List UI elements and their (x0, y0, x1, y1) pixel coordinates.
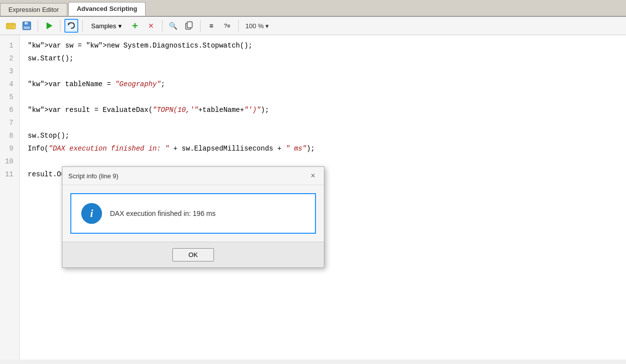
help-icon: ?≡ (224, 23, 230, 29)
divider-3 (82, 20, 83, 32)
divider-5 (200, 20, 201, 32)
dialog-close-button[interactable]: × (308, 171, 318, 181)
format-icon: ≡ (209, 22, 213, 30)
divider-4 (162, 20, 162, 32)
svg-rect-6 (23, 26, 30, 29)
save-icon (22, 21, 32, 31)
code-line: sw.Start(); (28, 52, 618, 65)
zoom-display: 100 % ▾ (243, 21, 272, 31)
tab-expression-editor[interactable]: Expression Editor (0, 3, 67, 16)
open-button[interactable] (4, 19, 18, 33)
search-icon: 🔍 (169, 22, 177, 30)
run-button[interactable] (42, 19, 56, 33)
search-button[interactable]: 🔍 (166, 19, 180, 33)
ok-button[interactable]: OK (172, 248, 214, 261)
divider-2 (60, 20, 60, 32)
zoom-arrow: ▾ (265, 22, 269, 30)
tab-advanced-scripting[interactable]: Advanced Scripting (68, 2, 146, 16)
samples-dropdown-arrow: ▾ (118, 22, 122, 30)
divider-1 (38, 20, 38, 32)
editor-area: 1234567891011 "kw">var sw = "kw">new Sys… (0, 35, 626, 360)
code-line: Info("DAX execution finished in: " + sw.… (28, 142, 618, 155)
line-numbers: 1234567891011 (0, 35, 20, 360)
svg-marker-7 (47, 22, 52, 29)
open-icon (6, 21, 16, 31)
undo-icon (66, 21, 76, 31)
code-line: "kw">var tableName = "Geography"; (28, 78, 618, 91)
delete-button[interactable]: ✕ (144, 19, 158, 33)
help-format-button[interactable]: ?≡ (220, 19, 234, 33)
toolbar: Samples ▾ + ✕ 🔍 ≡ ?≡ 100 % ▾ (0, 17, 626, 35)
dialog-message-box: i DAX execution finished in: 196 ms (70, 193, 316, 234)
divider-6 (238, 20, 239, 32)
add-button[interactable]: + (128, 19, 142, 33)
dialog-footer: OK (62, 242, 324, 267)
info-icon: i (81, 203, 102, 224)
save-button[interactable] (20, 19, 34, 33)
code-line (28, 91, 618, 104)
tab-bar: Expression Editor Advanced Scripting (0, 0, 626, 17)
svg-rect-5 (25, 22, 26, 24)
code-line: "kw">var result = EvaluateDax("TOPN(10,'… (28, 104, 618, 116)
run-icon (44, 21, 54, 31)
code-line: sw.Stop(); (28, 129, 618, 142)
undo-button[interactable] (64, 19, 78, 33)
script-info-dialog[interactable]: Script info (line 9) × i DAX execution f… (62, 166, 324, 268)
dialog-body: i DAX execution finished in: 196 ms (62, 185, 324, 242)
code-line (28, 116, 618, 129)
format-button[interactable]: ≡ (205, 19, 218, 33)
dialog-title: Script info (line 9) (68, 172, 118, 180)
copy-icon (184, 21, 194, 31)
dialog-message-text: DAX execution finished in: 196 ms (110, 209, 215, 217)
samples-button[interactable]: Samples ▾ (87, 20, 126, 32)
code-line (28, 65, 618, 78)
code-line: "kw">var sw = "kw">new System.Diagnostic… (28, 39, 618, 52)
svg-rect-10 (187, 22, 192, 28)
dialog-title-bar: Script info (line 9) × (62, 167, 324, 185)
copy-format-button[interactable] (182, 19, 196, 33)
